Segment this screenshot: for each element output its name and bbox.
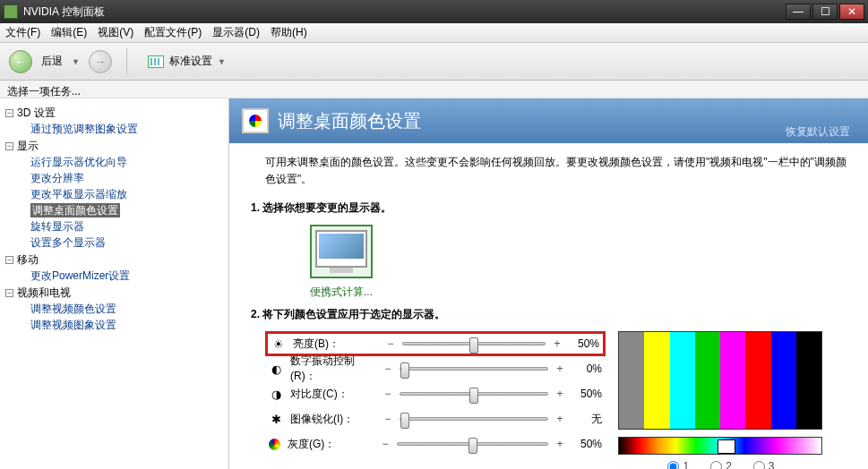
- menu-edit[interactable]: 编辑(E): [51, 25, 87, 40]
- collapse-icon[interactable]: −: [5, 289, 13, 297]
- sharpen-label: 图像锐化(I)：: [290, 412, 376, 427]
- app-icon: [4, 4, 18, 19]
- gamma-value: 50%: [572, 438, 602, 450]
- titlebar: NVIDIA 控制面板 — ☐ ✕: [0, 0, 868, 23]
- tree-leaf-multidisplay[interactable]: 设置多个显示器: [4, 234, 225, 251]
- tree-leaf-resolution[interactable]: 更改分辨率: [4, 170, 225, 186]
- menu-view[interactable]: 视图(V): [98, 25, 133, 40]
- page-banner: 调整桌面颜色设置 恢复默认设置: [229, 98, 868, 143]
- minimize-button[interactable]: —: [786, 4, 811, 20]
- slider-row-gamma: 灰度(G)： − + 50%: [265, 431, 606, 456]
- back-dropdown-icon[interactable]: ▼: [72, 57, 80, 66]
- back-button[interactable]: ←: [9, 50, 32, 73]
- banner-icon: [242, 108, 269, 133]
- gamma-label: 灰度(G)：: [288, 437, 374, 452]
- brightness-slider[interactable]: [402, 342, 546, 345]
- chevron-down-icon: ▼: [218, 57, 226, 66]
- step2-heading: 2. 将下列颜色设置应用于选定的显示器。: [251, 307, 850, 322]
- color-bars-preview: [618, 331, 822, 430]
- collapse-icon[interactable]: −: [5, 142, 13, 150]
- menu-help[interactable]: 帮助(H): [271, 25, 307, 40]
- brightness-label: 亮度(B)：: [293, 337, 379, 352]
- close-button[interactable]: ✕: [839, 4, 864, 20]
- gamma-plus[interactable]: +: [555, 438, 564, 450]
- monitor-stand-icon: [330, 268, 353, 273]
- preview-radio-3[interactable]: 3: [753, 460, 775, 469]
- contrast-minus[interactable]: −: [383, 388, 392, 400]
- vibrance-value: 0%: [572, 362, 602, 375]
- step1-heading: 1. 选择你想要变更的显示器。: [251, 200, 850, 216]
- sidebar: −3D 设置 通过预览调整图象设置 −显示 运行显示器优化向导 更改分辨率 更改…: [0, 98, 229, 469]
- forward-button[interactable]: →: [89, 50, 112, 73]
- tree-leaf-powermizer[interactable]: 更改PowerMizer设置: [4, 268, 225, 284]
- preview-radio-1[interactable]: 1: [667, 460, 689, 469]
- view-mode-label: 标准设置: [169, 54, 212, 69]
- tree-cat-3d[interactable]: −3D 设置: [4, 106, 225, 121]
- gradient-preview: [618, 437, 822, 455]
- page-title: 调整桌面颜色设置: [278, 109, 421, 133]
- sharpen-minus[interactable]: −: [383, 413, 392, 425]
- gamma-icon: [269, 439, 280, 450]
- brightness-plus[interactable]: +: [553, 337, 562, 350]
- grid-icon: [148, 55, 164, 68]
- maximize-button[interactable]: ☐: [812, 4, 838, 20]
- slider-row-brightness: ☀ 亮度(B)： − + 50%: [265, 331, 606, 356]
- vibrance-minus[interactable]: −: [383, 362, 392, 375]
- intro-text: 可用来调整桌面的颜色设置。这些变更不会影响任何视频回放。要更改视频颜色设置，请使…: [265, 154, 850, 188]
- tree-cat-mobile[interactable]: −移动: [4, 252, 225, 268]
- display-caption: 便携式计算...: [301, 285, 382, 300]
- preview-radio-2[interactable]: 2: [710, 460, 732, 469]
- sun-icon: ☀: [271, 337, 286, 351]
- sharpen-icon: ✱: [269, 412, 283, 426]
- window-title: NVIDIA 控制面板: [23, 4, 786, 20]
- brightness-minus[interactable]: −: [386, 337, 395, 350]
- tree-leaf-video-image[interactable]: 调整视频图象设置: [4, 317, 225, 333]
- menu-file[interactable]: 文件(F): [5, 25, 40, 40]
- toolbar: ← 后退 ▼ → 标准设置 ▼: [0, 43, 868, 81]
- sharpen-slider[interactable]: [400, 417, 548, 421]
- view-mode-button[interactable]: 标准设置 ▼: [142, 51, 232, 72]
- contrast-label: 对比度(C)：: [290, 387, 376, 402]
- vibrance-plus[interactable]: +: [555, 362, 564, 375]
- gamma-slider[interactable]: [397, 442, 548, 446]
- task-heading: 选择一项任务...: [0, 81, 868, 98]
- sharpen-value: 无: [572, 412, 602, 427]
- menu-profile[interactable]: 配置文件(P): [144, 25, 202, 40]
- vibrance-slider[interactable]: [400, 367, 548, 371]
- slider-row-sharpen: ✱ 图像锐化(I)： − + 无: [265, 406, 606, 431]
- tree-cat-video[interactable]: −视频和电视: [4, 286, 225, 301]
- content: 调整桌面颜色设置 恢复默认设置 可用来调整桌面的颜色设置。这些变更不会影响任何视…: [229, 98, 868, 469]
- tree-leaf-video-color[interactable]: 调整视频颜色设置: [4, 301, 225, 317]
- tree-leaf-color-settings[interactable]: 调整桌面颜色设置: [4, 202, 225, 218]
- restore-defaults-link[interactable]: 恢复默认设置: [786, 124, 850, 140]
- menu-display[interactable]: 显示器(D): [212, 25, 260, 40]
- slider-row-contrast: ◑ 对比度(C)： − + 50%: [265, 381, 606, 406]
- sharpen-plus[interactable]: +: [555, 413, 564, 425]
- color-wheel-icon: [249, 115, 262, 127]
- collapse-icon[interactable]: −: [5, 256, 13, 264]
- brightness-value: 50%: [569, 337, 599, 350]
- tree-cat-display[interactable]: −显示: [4, 139, 225, 154]
- vibrance-icon: ◐: [269, 362, 283, 376]
- tree-leaf-3d-preview[interactable]: 通过预览调整图象设置: [4, 121, 225, 137]
- tree-leaf-flatpanel[interactable]: 更改平板显示器缩放: [4, 186, 225, 202]
- monitor-icon: [315, 230, 367, 268]
- vibrance-label: 数字振动控制(R)：: [290, 354, 376, 384]
- display-thumbnail[interactable]: [310, 225, 373, 278]
- contrast-value: 50%: [572, 388, 602, 400]
- contrast-icon: ◑: [269, 387, 283, 401]
- tree-leaf-rotate[interactable]: 旋转显示器: [4, 218, 225, 234]
- separator: [126, 48, 127, 75]
- contrast-slider[interactable]: [400, 392, 548, 396]
- slider-row-vibrance: ◐ 数字振动控制(R)： − + 0%: [265, 356, 606, 381]
- back-label: 后退: [41, 54, 63, 69]
- tree-leaf-optimize-wizard[interactable]: 运行显示器优化向导: [4, 154, 225, 170]
- preview-panel: 1 2 3 预览图像 (W)：: [618, 331, 824, 469]
- gamma-minus[interactable]: −: [381, 438, 390, 450]
- contrast-plus[interactable]: +: [555, 388, 564, 400]
- menubar: 文件(F) 编辑(E) 视图(V) 配置文件(P) 显示器(D) 帮助(H): [0, 23, 868, 43]
- collapse-icon[interactable]: −: [5, 109, 13, 117]
